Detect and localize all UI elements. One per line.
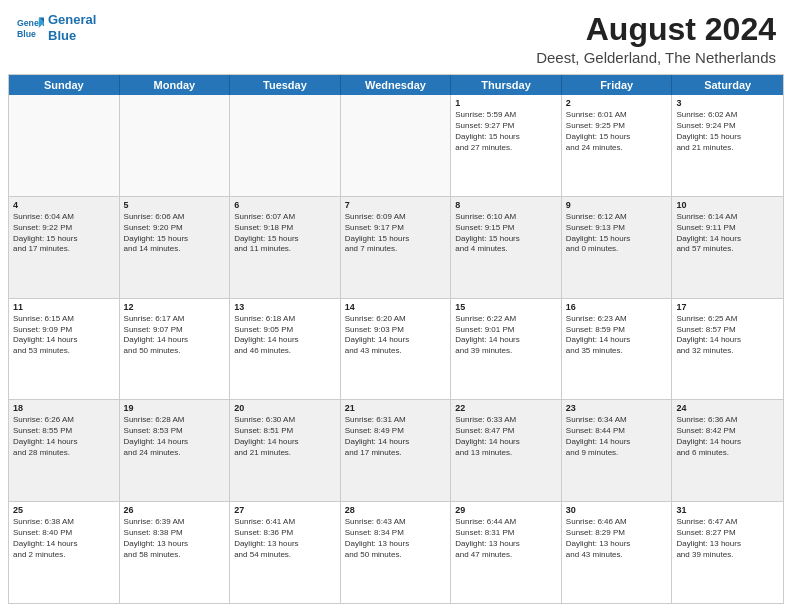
cell-info: Sunrise: 6:10 AM Sunset: 9:15 PM Dayligh… bbox=[455, 212, 557, 255]
day-number: 20 bbox=[234, 403, 336, 413]
calendar-body: 1Sunrise: 5:59 AM Sunset: 9:27 PM Daylig… bbox=[9, 95, 783, 603]
svg-text:Blue: Blue bbox=[17, 28, 36, 38]
day-number: 2 bbox=[566, 98, 668, 108]
calendar-cell: 23Sunrise: 6:34 AM Sunset: 8:44 PM Dayli… bbox=[562, 400, 673, 501]
day-number: 14 bbox=[345, 302, 447, 312]
calendar: SundayMondayTuesdayWednesdayThursdayFrid… bbox=[8, 74, 784, 604]
cell-info: Sunrise: 6:15 AM Sunset: 9:09 PM Dayligh… bbox=[13, 314, 115, 357]
cell-info: Sunrise: 6:47 AM Sunset: 8:27 PM Dayligh… bbox=[676, 517, 779, 560]
day-number: 19 bbox=[124, 403, 226, 413]
cell-info: Sunrise: 6:06 AM Sunset: 9:20 PM Dayligh… bbox=[124, 212, 226, 255]
calendar-cell: 27Sunrise: 6:41 AM Sunset: 8:36 PM Dayli… bbox=[230, 502, 341, 603]
calendar-cell: 14Sunrise: 6:20 AM Sunset: 9:03 PM Dayli… bbox=[341, 299, 452, 400]
day-number: 26 bbox=[124, 505, 226, 515]
calendar-cell: 28Sunrise: 6:43 AM Sunset: 8:34 PM Dayli… bbox=[341, 502, 452, 603]
logo-line1: General bbox=[48, 12, 96, 27]
calendar-cell: 3Sunrise: 6:02 AM Sunset: 9:24 PM Daylig… bbox=[672, 95, 783, 196]
calendar-cell: 18Sunrise: 6:26 AM Sunset: 8:55 PM Dayli… bbox=[9, 400, 120, 501]
calendar-cell: 8Sunrise: 6:10 AM Sunset: 9:15 PM Daylig… bbox=[451, 197, 562, 298]
cell-info: Sunrise: 6:41 AM Sunset: 8:36 PM Dayligh… bbox=[234, 517, 336, 560]
weekday-header: Friday bbox=[562, 75, 673, 95]
calendar-cell: 21Sunrise: 6:31 AM Sunset: 8:49 PM Dayli… bbox=[341, 400, 452, 501]
cell-info: Sunrise: 6:14 AM Sunset: 9:11 PM Dayligh… bbox=[676, 212, 779, 255]
day-number: 21 bbox=[345, 403, 447, 413]
calendar-cell: 31Sunrise: 6:47 AM Sunset: 8:27 PM Dayli… bbox=[672, 502, 783, 603]
weekday-header: Tuesday bbox=[230, 75, 341, 95]
cell-info: Sunrise: 6:38 AM Sunset: 8:40 PM Dayligh… bbox=[13, 517, 115, 560]
cell-info: Sunrise: 6:44 AM Sunset: 8:31 PM Dayligh… bbox=[455, 517, 557, 560]
day-number: 3 bbox=[676, 98, 779, 108]
calendar-cell bbox=[230, 95, 341, 196]
day-number: 24 bbox=[676, 403, 779, 413]
calendar-cell bbox=[9, 95, 120, 196]
title-block: August 2024 Deest, Gelderland, The Nethe… bbox=[536, 12, 776, 66]
day-number: 17 bbox=[676, 302, 779, 312]
day-number: 30 bbox=[566, 505, 668, 515]
cell-info: Sunrise: 6:09 AM Sunset: 9:17 PM Dayligh… bbox=[345, 212, 447, 255]
day-number: 31 bbox=[676, 505, 779, 515]
day-number: 7 bbox=[345, 200, 447, 210]
calendar-cell: 4Sunrise: 6:04 AM Sunset: 9:22 PM Daylig… bbox=[9, 197, 120, 298]
header: General Blue General Blue August 2024 De… bbox=[0, 0, 792, 74]
calendar-cell: 7Sunrise: 6:09 AM Sunset: 9:17 PM Daylig… bbox=[341, 197, 452, 298]
calendar-header: SundayMondayTuesdayWednesdayThursdayFrid… bbox=[9, 75, 783, 95]
day-number: 23 bbox=[566, 403, 668, 413]
day-number: 6 bbox=[234, 200, 336, 210]
calendar-cell: 17Sunrise: 6:25 AM Sunset: 8:57 PM Dayli… bbox=[672, 299, 783, 400]
calendar-row: 4Sunrise: 6:04 AM Sunset: 9:22 PM Daylig… bbox=[9, 197, 783, 299]
calendar-cell bbox=[120, 95, 231, 196]
calendar-cell: 1Sunrise: 5:59 AM Sunset: 9:27 PM Daylig… bbox=[451, 95, 562, 196]
cell-info: Sunrise: 6:46 AM Sunset: 8:29 PM Dayligh… bbox=[566, 517, 668, 560]
sub-title: Deest, Gelderland, The Netherlands bbox=[536, 49, 776, 66]
cell-info: Sunrise: 6:26 AM Sunset: 8:55 PM Dayligh… bbox=[13, 415, 115, 458]
day-number: 15 bbox=[455, 302, 557, 312]
cell-info: Sunrise: 6:18 AM Sunset: 9:05 PM Dayligh… bbox=[234, 314, 336, 357]
cell-info: Sunrise: 6:25 AM Sunset: 8:57 PM Dayligh… bbox=[676, 314, 779, 357]
cell-info: Sunrise: 6:39 AM Sunset: 8:38 PM Dayligh… bbox=[124, 517, 226, 560]
calendar-cell: 15Sunrise: 6:22 AM Sunset: 9:01 PM Dayli… bbox=[451, 299, 562, 400]
calendar-cell: 24Sunrise: 6:36 AM Sunset: 8:42 PM Dayli… bbox=[672, 400, 783, 501]
weekday-header: Wednesday bbox=[341, 75, 452, 95]
day-number: 8 bbox=[455, 200, 557, 210]
cell-info: Sunrise: 6:34 AM Sunset: 8:44 PM Dayligh… bbox=[566, 415, 668, 458]
calendar-cell: 26Sunrise: 6:39 AM Sunset: 8:38 PM Dayli… bbox=[120, 502, 231, 603]
day-number: 28 bbox=[345, 505, 447, 515]
calendar-row: 25Sunrise: 6:38 AM Sunset: 8:40 PM Dayli… bbox=[9, 502, 783, 603]
calendar-cell: 9Sunrise: 6:12 AM Sunset: 9:13 PM Daylig… bbox=[562, 197, 673, 298]
calendar-row: 1Sunrise: 5:59 AM Sunset: 9:27 PM Daylig… bbox=[9, 95, 783, 197]
cell-info: Sunrise: 6:07 AM Sunset: 9:18 PM Dayligh… bbox=[234, 212, 336, 255]
calendar-row: 11Sunrise: 6:15 AM Sunset: 9:09 PM Dayli… bbox=[9, 299, 783, 401]
logo: General Blue General Blue bbox=[16, 12, 96, 43]
cell-info: Sunrise: 6:20 AM Sunset: 9:03 PM Dayligh… bbox=[345, 314, 447, 357]
cell-info: Sunrise: 6:33 AM Sunset: 8:47 PM Dayligh… bbox=[455, 415, 557, 458]
cell-info: Sunrise: 6:43 AM Sunset: 8:34 PM Dayligh… bbox=[345, 517, 447, 560]
cell-info: Sunrise: 6:22 AM Sunset: 9:01 PM Dayligh… bbox=[455, 314, 557, 357]
day-number: 12 bbox=[124, 302, 226, 312]
cell-info: Sunrise: 6:17 AM Sunset: 9:07 PM Dayligh… bbox=[124, 314, 226, 357]
logo-icon: General Blue bbox=[16, 14, 44, 42]
cell-info: Sunrise: 6:02 AM Sunset: 9:24 PM Dayligh… bbox=[676, 110, 779, 153]
calendar-cell: 13Sunrise: 6:18 AM Sunset: 9:05 PM Dayli… bbox=[230, 299, 341, 400]
day-number: 10 bbox=[676, 200, 779, 210]
calendar-cell: 16Sunrise: 6:23 AM Sunset: 8:59 PM Dayli… bbox=[562, 299, 673, 400]
cell-info: Sunrise: 5:59 AM Sunset: 9:27 PM Dayligh… bbox=[455, 110, 557, 153]
calendar-row: 18Sunrise: 6:26 AM Sunset: 8:55 PM Dayli… bbox=[9, 400, 783, 502]
weekday-header: Sunday bbox=[9, 75, 120, 95]
page: General Blue General Blue August 2024 De… bbox=[0, 0, 792, 612]
day-number: 25 bbox=[13, 505, 115, 515]
day-number: 22 bbox=[455, 403, 557, 413]
weekday-header: Thursday bbox=[451, 75, 562, 95]
calendar-cell: 10Sunrise: 6:14 AM Sunset: 9:11 PM Dayli… bbox=[672, 197, 783, 298]
calendar-cell: 6Sunrise: 6:07 AM Sunset: 9:18 PM Daylig… bbox=[230, 197, 341, 298]
weekday-header: Monday bbox=[120, 75, 231, 95]
main-title: August 2024 bbox=[536, 12, 776, 47]
day-number: 29 bbox=[455, 505, 557, 515]
day-number: 11 bbox=[13, 302, 115, 312]
calendar-cell: 12Sunrise: 6:17 AM Sunset: 9:07 PM Dayli… bbox=[120, 299, 231, 400]
calendar-cell: 20Sunrise: 6:30 AM Sunset: 8:51 PM Dayli… bbox=[230, 400, 341, 501]
calendar-cell: 2Sunrise: 6:01 AM Sunset: 9:25 PM Daylig… bbox=[562, 95, 673, 196]
calendar-cell: 30Sunrise: 6:46 AM Sunset: 8:29 PM Dayli… bbox=[562, 502, 673, 603]
calendar-cell bbox=[341, 95, 452, 196]
day-number: 1 bbox=[455, 98, 557, 108]
calendar-cell: 19Sunrise: 6:28 AM Sunset: 8:53 PM Dayli… bbox=[120, 400, 231, 501]
